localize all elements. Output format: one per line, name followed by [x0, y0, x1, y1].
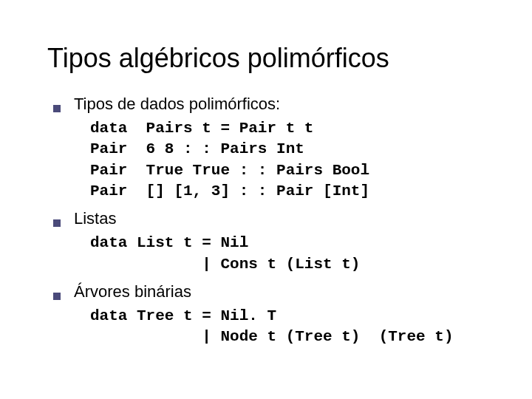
bullet-2-text: Listas	[74, 209, 116, 228]
slide-container: Tipos algébricos polimórficos Tipos de d…	[0, 0, 532, 399]
bullet-3-text: Árvores binárias	[74, 282, 191, 301]
code-line: | Node t (Tree t) (Tree t)	[90, 327, 497, 347]
square-bullet-icon	[53, 219, 61, 227]
code-block-3: data Tree t = Nil. T | Node t (Tree t) (…	[90, 306, 497, 348]
code-line: data Tree t = Nil. T	[90, 306, 497, 327]
code-block-1: data Pairs t = Pair t t Pair 6 8 : : Pai…	[90, 118, 497, 202]
bullet-2: Listas	[53, 209, 497, 228]
square-bullet-icon	[53, 293, 61, 300]
code-line: Pair [] [1, 3] : : Pair [Int]	[90, 181, 497, 202]
bullet-3: Árvores binárias	[53, 282, 497, 301]
slide-title: Tipos algébricos polimórficos	[47, 43, 497, 74]
code-line: Pair 6 8 : : Pairs Int	[90, 139, 497, 160]
bullet-1-text: Tipos de dados polimórficos:	[74, 95, 280, 114]
code-line: | Cons t (List t)	[90, 254, 497, 275]
code-line: Pair True True : : Pairs Bool	[90, 160, 497, 181]
bullet-1: Tipos de dados polimórficos:	[53, 95, 497, 114]
code-line: data Pairs t = Pair t t	[90, 118, 497, 139]
code-block-2: data List t = Nil | Cons t (List t)	[90, 233, 497, 275]
square-bullet-icon	[53, 105, 61, 112]
code-line: data List t = Nil	[90, 233, 497, 253]
